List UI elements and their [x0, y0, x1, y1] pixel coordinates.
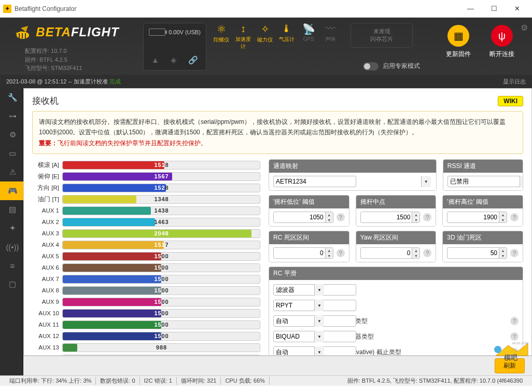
info-important-text: 飞行前阅读文档的失控保护章节并且配置好失控保护。	[58, 139, 207, 147]
rc-smooth-select[interactable]	[273, 346, 356, 356]
rc-dead-input[interactable]	[273, 247, 333, 259]
channel-row: AUX 61500	[32, 262, 260, 273]
refresh-button[interactable]: 刷新	[495, 358, 525, 373]
rc-smooth-row: 平滑通道	[273, 298, 519, 313]
sidebar-vtx[interactable]: ≡	[0, 256, 23, 275]
settings-gear-icon[interactable]: ⚙	[521, 23, 528, 33]
app-icon: ✦	[3, 5, 11, 13]
bee-logo-icon	[8, 23, 34, 44]
channel-map-select[interactable]	[273, 176, 356, 187]
minimize-button[interactable]: —	[459, 1, 482, 17]
channel-bar: 1567	[62, 172, 260, 181]
close-button[interactable]: ✕	[506, 1, 529, 17]
help-icon[interactable]: ?	[510, 213, 519, 221]
sidebar-modes[interactable]: ▤	[0, 200, 23, 219]
sidebar-config[interactable]: ⚙	[0, 125, 23, 144]
channel-row: AUX 11438	[32, 205, 260, 216]
yaw-dead-header: Yaw 死区区间	[356, 231, 436, 244]
channel-bar: 1528	[62, 184, 260, 192]
battery-icon	[149, 29, 165, 36]
usb-icon: ψ	[491, 25, 513, 47]
help-icon[interactable]: ?	[510, 317, 519, 325]
channel-label: AUX 4	[32, 242, 62, 248]
svg-rect-3	[25, 33, 26, 38]
wiki-button[interactable]: WIKI	[498, 96, 523, 106]
help-icon[interactable]: ?	[337, 213, 345, 221]
title-bar: ✦ Betaflight Configurator — ☐ ✕	[0, 0, 532, 18]
channel-label: AUX 13	[32, 344, 62, 351]
channel-label: AUX 8	[32, 287, 62, 293]
sidebar-failsafe[interactable]: ⚠	[0, 163, 23, 181]
sidebar-motors[interactable]: ✦	[0, 219, 23, 237]
status-done: 完成	[109, 78, 121, 85]
stick-low-header: '摇杆低位' 阈值	[269, 195, 349, 208]
channel-bar: 1500	[62, 332, 260, 341]
help-icon[interactable]: ?	[510, 332, 519, 341]
channel-label: AUX 7	[32, 276, 62, 282]
channel-row: AUX 32048	[32, 228, 260, 239]
channel-label: 俯仰 [E]	[32, 173, 62, 180]
sensor-陀螺仪: ⚛陀螺仪	[212, 23, 231, 50]
stick-mid-input[interactable]	[360, 212, 421, 223]
rc-smooth-select[interactable]	[273, 315, 356, 327]
sidebar-cli[interactable]: ▢	[0, 275, 23, 293]
dataflash-panel[interactable]: 未发现 闪存芯片	[351, 23, 413, 48]
info-text: 请阅读文档的接收机部分。按需配置好串口、接收机模式（serial/ppm/pwm…	[39, 118, 506, 136]
help-icon[interactable]: ?	[337, 249, 345, 257]
channel-bar: 1500	[62, 309, 260, 318]
config-version: 配置程序: 10.7.0	[25, 47, 138, 55]
rc-smoothing-header: RC 平滑	[269, 267, 523, 280]
channel-label: 横滚 [A]	[32, 161, 62, 169]
update-firmware-button[interactable]: ▦ 更新固件	[442, 25, 475, 59]
channel-bar: 1463	[62, 218, 260, 227]
rc-smooth-label: 输入滤波器类型	[330, 332, 505, 341]
stick-low-input[interactable]	[273, 212, 333, 223]
app-header: BETAFLIGHT 配置程序: 10.7.0 固件: BTFL 4.2.5 飞…	[0, 18, 532, 75]
channel-label: AUX 2	[32, 219, 62, 225]
status-timestamp: 2021-03-08 @ 12:51:12	[6, 78, 66, 85]
sidebar-setup[interactable]: 🔧	[0, 88, 23, 107]
rc-smooth-row: 导数(Derivative) 截止类型?	[273, 344, 519, 356]
mapping-header: 通道映射	[269, 160, 436, 173]
logo-text-beta: BETA	[36, 25, 71, 39]
rssi-select[interactable]	[447, 176, 523, 187]
channel-bar: 1517	[62, 241, 260, 249]
sidebar-ports[interactable]: ⊶	[0, 107, 23, 125]
stick-mid-header: 摇杆中点	[356, 195, 436, 208]
help-icon[interactable]: ?	[423, 249, 431, 257]
maximize-button[interactable]: ☐	[482, 1, 506, 17]
help-icon[interactable]: ?	[423, 213, 431, 221]
i2c-errors: I2C 错误: 1	[140, 377, 177, 385]
sidebar-osd[interactable]: ((•))	[0, 237, 23, 256]
loop-time: 循环时间: 321	[177, 377, 221, 385]
stick-high-input[interactable]	[447, 212, 507, 223]
disconnect-button[interactable]: ψ 断开连接	[485, 25, 519, 59]
channel-bar: 2048	[62, 229, 260, 238]
rc-smooth-select[interactable]	[273, 331, 356, 342]
rssi-header: RSSI 通道	[443, 160, 523, 173]
sensor-strip: ⚛陀螺仪↕加速度计✧磁力仪🌡气压计📡GPS〰声呐	[212, 23, 340, 50]
rc-smooth-select[interactable]	[273, 300, 356, 311]
channel-row: AUX 81500	[32, 285, 260, 296]
sensor-气压计: 🌡气压计	[277, 23, 297, 50]
help-icon[interactable]: ?	[510, 348, 519, 356]
sidebar-power[interactable]: ▭	[0, 144, 23, 163]
channel-row: AUX 41517	[32, 239, 260, 250]
rc-smooth-select[interactable]	[273, 284, 356, 296]
page-title: 接收机	[32, 95, 498, 107]
channel-row: AUX 101500	[32, 307, 260, 319]
channel-row: 油门 [T]1348	[32, 193, 260, 205]
yaw-dead-input[interactable]	[360, 247, 421, 259]
channel-bar: 1500	[62, 320, 260, 329]
show-log-link[interactable]: 显示日志	[503, 78, 526, 86]
target-name: 飞控型号: STM32F411	[25, 64, 138, 73]
sidebar-receiver[interactable]: 🎮	[0, 181, 23, 200]
expert-mode-toggle[interactable]	[363, 62, 379, 71]
rc-smooth-row: 平滑类型	[273, 282, 519, 298]
bottom-fw: 固件: BTFL 4.2.5, 飞控型号: STM32F411, 配置程序: 1…	[343, 377, 527, 385]
rc-smooth-label: 平滑通道	[330, 301, 519, 310]
help-icon[interactable]: ?	[510, 249, 519, 257]
thr-dead-input[interactable]	[447, 247, 507, 259]
message-bar: 2021-03-08 @ 12:51:12 -- 加速度计校准 完成 显示日志	[0, 75, 532, 88]
logo-block: BETAFLIGHT 配置程序: 10.7.0 固件: BTFL 4.2.5 飞…	[8, 23, 138, 73]
